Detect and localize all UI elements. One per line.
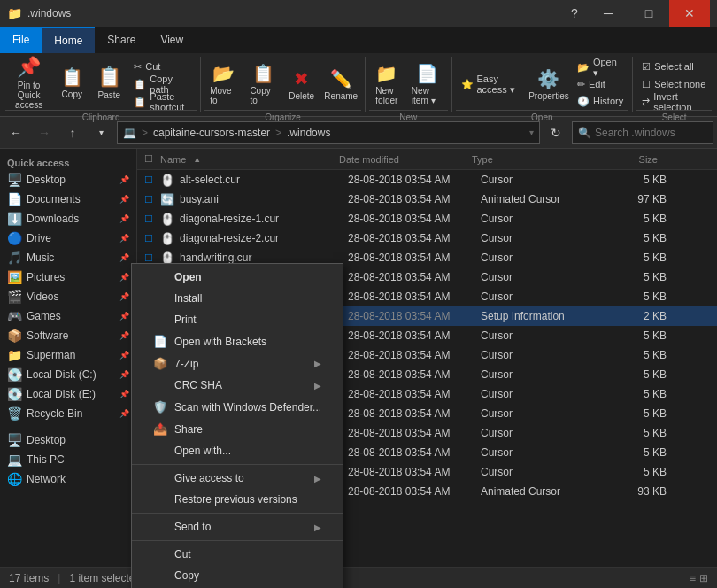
file-date: 28-08-2018 03:54 AM: [348, 251, 481, 264]
ctx-install[interactable]: Install: [132, 288, 343, 309]
sidebar-item-superman[interactable]: 📁 Superman 📌: [0, 345, 136, 365]
file-name: alt-select.cur: [180, 174, 348, 186]
minimize-button[interactable]: ─: [588, 0, 628, 27]
tab-view[interactable]: View: [148, 27, 196, 53]
sidebar-item-games[interactable]: 🎮 Games 📌: [0, 306, 136, 326]
col-header-date[interactable]: Date modified: [339, 154, 472, 165]
copy-to-icon: 📋: [252, 63, 274, 84]
table-row[interactable]: ☐ 🖱️ diagonal-resize-2.cur 28-08-2018 03…: [137, 228, 717, 248]
paste-shortcut-button[interactable]: 📋 Paste shortcut: [128, 94, 197, 110]
title-bar: 📁 .windows ? ─ □ ✕: [0, 0, 717, 27]
edit-button[interactable]: ✏ Edit: [572, 76, 628, 92]
select-all-button[interactable]: ☑ Select all: [636, 58, 712, 74]
file-type: Setup Information: [481, 310, 613, 322]
sidebar-item-documents[interactable]: 📄 Documents 📌: [0, 190, 136, 209]
sidebar-item-pictures[interactable]: 🖼️ Pictures 📌: [0, 267, 136, 287]
row-check[interactable]: ☐: [144, 252, 157, 264]
view-large-button[interactable]: ⊞: [699, 572, 708, 584]
copy-to-button[interactable]: 📋 Copy to: [244, 58, 281, 110]
invert-selection-button[interactable]: ⇄ Invert selection: [636, 94, 712, 110]
col-header-size[interactable]: Size: [605, 154, 658, 165]
select-none-button[interactable]: ☐ Select none: [636, 76, 712, 92]
history-button[interactable]: 🕐 History: [572, 93, 628, 109]
rename-button[interactable]: ✏️ Rename: [321, 58, 361, 110]
sidebar-item-local-c[interactable]: 💽 Local Disk (C:) 📌: [0, 365, 136, 384]
ctx-copy[interactable]: Copy: [132, 565, 343, 586]
up-button[interactable]: ↑: [60, 120, 85, 145]
table-row[interactable]: ☐ 🖱️ alt-select.cur 28-08-2018 03:54 AM …: [137, 170, 717, 190]
close-button[interactable]: ✕: [669, 0, 710, 27]
open-button[interactable]: 📂 Open ▾: [572, 59, 628, 75]
file-size: 5 KB: [613, 271, 667, 283]
sidebar-item-videos[interactable]: 🎬 Videos 📌: [0, 287, 136, 306]
sidebar: Quick access 🖥️ Desktop 📌 📄 Documents 📌 …: [0, 149, 137, 567]
ribbon-group-new: 📁 Newfolder 📄 New item ▾ New: [366, 57, 452, 112]
ctx-give-access[interactable]: Give access to ▶: [132, 468, 343, 489]
ctx-scan-defender[interactable]: 🛡️ Scan with Windows Defender...: [132, 396, 343, 418]
new-folder-button[interactable]: 📁 Newfolder: [369, 58, 405, 110]
path-part-parent[interactable]: capitaine-cursors-master: [153, 127, 270, 139]
sidebar-item-thispc[interactable]: 💻 This PC: [0, 450, 136, 469]
forward-button[interactable]: →: [32, 120, 57, 145]
ctx-open[interactable]: Open: [132, 267, 343, 288]
copy-path-button[interactable]: 📋 Copy path: [128, 76, 197, 92]
ctx-7zip[interactable]: 📦 7-Zip ▶: [132, 352, 343, 375]
delete-button[interactable]: ✖ Delete: [284, 58, 320, 110]
ctx-open-brackets[interactable]: 📄 Open with Brackets: [132, 330, 343, 352]
tab-file[interactable]: File: [0, 27, 42, 53]
sidebar-item-music[interactable]: 🎵 Music 📌: [0, 248, 136, 267]
properties-button[interactable]: ⚙️ Properties: [528, 58, 570, 110]
maximize-button[interactable]: □: [628, 0, 669, 27]
sidebar-item-desktop[interactable]: 🖥️ Desktop: [0, 430, 136, 450]
search-input[interactable]: [595, 127, 717, 139]
sidebar-item-local-e[interactable]: 💽 Local Disk (E:) 📌: [0, 384, 136, 404]
view-details-button[interactable]: ≡: [690, 572, 696, 584]
sidebar-item-downloads[interactable]: ⬇️ Downloads 📌: [0, 209, 136, 228]
pin-to-quick-button[interactable]: 📌 Pin to Quickaccess: [5, 58, 52, 106]
path-bar[interactable]: 💻 > capitaine-cursors-master > .windows …: [117, 121, 540, 144]
ctx-brackets-icon: 📄: [153, 335, 167, 348]
table-row[interactable]: ☐ 🖱️ diagonal-resize-1.cur 28-08-2018 03…: [137, 209, 717, 228]
ctx-print[interactable]: Print: [132, 309, 343, 330]
sidebar-item-network[interactable]: 🌐 Network: [0, 469, 136, 489]
path-dropdown-icon[interactable]: ▾: [529, 128, 534, 137]
sidebar-item-desktop-quick[interactable]: 🖥️ Desktop 📌: [0, 170, 136, 190]
ctx-cut[interactable]: Cut: [132, 544, 343, 565]
path-part-current[interactable]: .windows: [287, 127, 330, 139]
ctx-restore-prev[interactable]: Restore previous versions: [132, 489, 343, 510]
new-item-button[interactable]: 📄 New item ▾: [406, 58, 448, 110]
cut-button[interactable]: ✂ Cut: [128, 58, 197, 74]
file-type: Cursor: [481, 427, 613, 439]
ctx-open-with[interactable]: Open with...: [132, 440, 343, 461]
move-to-button[interactable]: 📂 Move to: [204, 58, 243, 110]
ctx-send-to[interactable]: Send to ▶: [132, 516, 343, 538]
easy-access-button[interactable]: ⭐ Easy access ▾: [456, 76, 527, 92]
copy-button[interactable]: 📋 Copy: [54, 58, 89, 106]
sort-checkbox[interactable]: ☐: [144, 153, 153, 165]
ribbon-group-clipboard: 📌 Pin to Quickaccess 📋 Copy 📋 Paste ✂ Cu…: [2, 57, 201, 112]
sidebar-item-software[interactable]: 📦 Software 📌: [0, 326, 136, 345]
row-check[interactable]: ☐: [144, 174, 157, 186]
sidebar-item-drive[interactable]: 🔵 Drive 📌: [0, 228, 136, 248]
history-icon: 🕐: [577, 96, 590, 107]
cut-icon: ✂: [134, 61, 142, 73]
ctx-share[interactable]: 📤 Share: [132, 418, 343, 440]
table-row[interactable]: ☐ 🔄 busy.ani 28-08-2018 03:54 AM Animate…: [137, 190, 717, 209]
col-header-type[interactable]: Type: [472, 154, 605, 165]
tab-home[interactable]: Home: [42, 27, 95, 53]
pin-indicator-music: 📌: [120, 253, 129, 262]
paste-button[interactable]: 📋 Paste: [91, 58, 127, 106]
ctx-crc-sha[interactable]: CRC SHA ▶: [132, 375, 343, 396]
recent-locations-button[interactable]: ▾: [89, 120, 113, 145]
row-check[interactable]: ☐: [144, 233, 157, 244]
help-button[interactable]: ?: [561, 0, 588, 27]
row-check[interactable]: ☐: [144, 213, 157, 225]
search-icon: 🔍: [578, 127, 591, 139]
back-button[interactable]: ←: [4, 120, 28, 145]
tab-share[interactable]: Share: [95, 27, 148, 53]
refresh-button[interactable]: ↻: [544, 120, 568, 145]
row-check[interactable]: ☐: [144, 194, 157, 205]
pin-indicator-e: 📌: [120, 390, 129, 398]
sidebar-item-recycle[interactable]: 🗑️ Recycle Bin 📌: [0, 404, 136, 423]
col-header-name[interactable]: ☐ Name ▲: [144, 153, 339, 165]
